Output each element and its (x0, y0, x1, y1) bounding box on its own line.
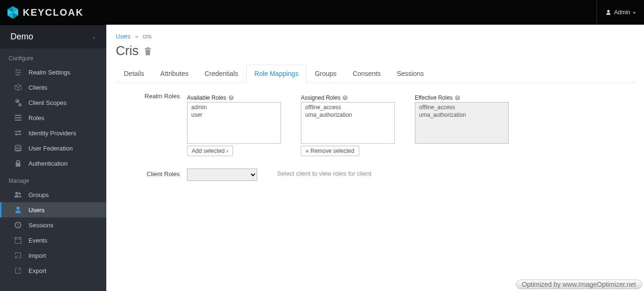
nav-label: Users (28, 207, 45, 214)
sidebar-item-user-federation[interactable]: User Federation (0, 141, 106, 156)
sidebar-item-client-scopes[interactable]: Client Scopes (0, 95, 106, 110)
client-roles-select[interactable] (187, 169, 257, 181)
remove-selected-button[interactable]: « Remove selected (301, 146, 359, 156)
tab-role-mappings[interactable]: Role Mappings (246, 65, 307, 83)
sidebar-item-identity-providers[interactable]: Identity Providers (0, 125, 106, 141)
help-icon[interactable] (342, 95, 348, 101)
nav-label: Roles (28, 114, 44, 122)
sidebar-item-sessions[interactable]: Sessions (0, 217, 106, 233)
nav-label: Realm Settings (28, 69, 70, 76)
lock-icon (14, 160, 22, 167)
page-title: Cris (116, 44, 139, 58)
sidebar-item-users[interactable]: Users (0, 202, 106, 217)
chevron-down-icon: ⌄ (92, 34, 96, 39)
export-icon (14, 267, 22, 274)
role-option[interactable]: uma_authorization (415, 111, 508, 119)
effective-roles-list: offline_accessuma_authorization (415, 102, 509, 144)
nav-label: User Federation (28, 145, 73, 152)
sidebar-item-clients[interactable]: Clients (0, 80, 106, 95)
import-icon (14, 252, 22, 259)
assigned-roles-label: Assigned Roles (301, 94, 340, 101)
gears-icon (14, 99, 22, 106)
breadcrumb-sep: » (135, 33, 139, 40)
realm-selector[interactable]: Demo ⌄ (0, 25, 106, 48)
role-option[interactable]: admin (187, 103, 280, 111)
tab-groups[interactable]: Groups (307, 65, 345, 83)
sidebar-item-roles[interactable]: Roles (0, 110, 106, 125)
sidebar-item-authentication[interactable]: Authentication (0, 156, 106, 171)
tab-consents[interactable]: Consents (345, 65, 389, 83)
list-icon (14, 114, 22, 122)
section-heading-configure: Configure (0, 48, 106, 65)
tab-details[interactable]: Details (116, 65, 152, 83)
help-icon[interactable] (228, 95, 234, 101)
tab-credentials[interactable]: Credentials (196, 65, 246, 83)
available-roles-label: Available Roles (187, 94, 226, 101)
client-roles-label: Client Roles (116, 169, 187, 181)
available-roles-list[interactable]: adminuser (187, 102, 281, 144)
sliders-icon (14, 68, 22, 76)
calendar-icon (14, 236, 22, 244)
sidebar-item-import[interactable]: Import (0, 248, 106, 263)
breadcrumb: Users » cris (116, 33, 635, 40)
nav-label: Groups (28, 191, 49, 198)
nav-label: Sessions (28, 222, 54, 229)
realm-name: Demo (10, 32, 33, 42)
realm-roles-label: Realm Roles (116, 93, 187, 100)
nav-label: Import (28, 252, 46, 259)
nav-label: Events (28, 237, 47, 244)
exchange-icon (14, 129, 22, 137)
role-option[interactable]: offline_access (415, 103, 508, 111)
users-icon (14, 191, 22, 198)
delete-icon[interactable] (144, 47, 151, 56)
nav-label: Clients (28, 84, 47, 91)
add-selected-button[interactable]: Add selected › (187, 146, 233, 156)
breadcrumb-parent[interactable]: Users (116, 33, 131, 40)
client-roles-hint: Select client to view roles for client (257, 169, 372, 181)
role-option[interactable]: offline_access (301, 103, 394, 111)
tab-sessions[interactable]: Sessions (389, 65, 432, 83)
logo[interactable]: KEYCLOAK (0, 5, 84, 19)
sidebar-item-realm-settings[interactable]: Realm Settings (0, 65, 106, 80)
chevron-down-icon: ▾ (633, 10, 635, 15)
effective-roles-label: Effective Roles (415, 94, 453, 101)
section-heading-manage: Manage (0, 171, 106, 187)
nav-label: Export (28, 267, 47, 274)
sidebar: Demo ⌄ Configure Realm SettingsClientsCl… (0, 25, 106, 291)
clock-icon (14, 221, 22, 229)
tabs: DetailsAttributesCredentialsRole Mapping… (116, 64, 635, 83)
logo-icon (6, 5, 20, 19)
logo-text: KEYCLOAK (23, 7, 84, 18)
user-label: Admin (614, 9, 630, 16)
help-icon[interactable] (455, 95, 460, 101)
sidebar-item-groups[interactable]: Groups (0, 187, 106, 202)
nav-label: Client Scopes (28, 99, 66, 106)
database-icon (14, 144, 22, 152)
user-menu[interactable]: Admin ▾ (597, 0, 644, 25)
user-icon (14, 206, 22, 214)
role-option[interactable]: uma_authorization (301, 111, 394, 119)
role-option[interactable]: user (187, 111, 280, 119)
tab-attributes[interactable]: Attributes (152, 65, 196, 83)
watermark: Optimized by www.ImageOptimizer.net (516, 280, 642, 289)
user-icon (606, 9, 611, 15)
nav-label: Identity Providers (28, 130, 76, 137)
breadcrumb-current: cris (143, 33, 152, 40)
assigned-roles-list[interactable]: offline_accessuma_authorization (301, 102, 395, 144)
sidebar-item-events[interactable]: Events (0, 233, 106, 248)
sidebar-item-export[interactable]: Export (0, 263, 106, 278)
nav-label: Authentication (28, 160, 67, 167)
cube-icon (14, 84, 22, 91)
